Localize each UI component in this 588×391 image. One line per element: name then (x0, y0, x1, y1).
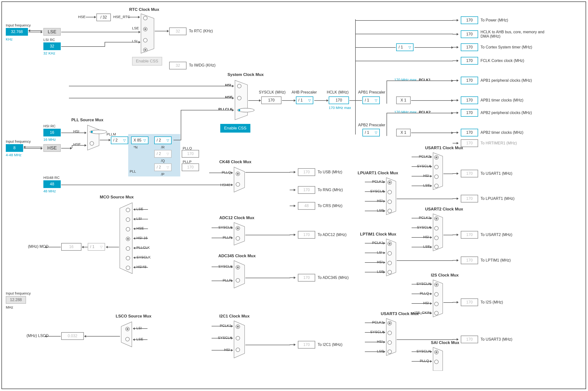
rtc-enable-css[interactable]: Enable CSS (132, 57, 162, 66)
i2s-in0: SYSCLK (417, 282, 431, 286)
adc345-in1: PLLP (223, 278, 232, 282)
lpuart1-title: LPUART1 Clock Mux (358, 171, 398, 176)
apb2-label: APB2 Prescaler (358, 123, 385, 127)
mco-in-2: HSE (136, 226, 144, 230)
out-apb1-periph: 170 APB1 peripheral clocks (MHz) (453, 77, 532, 84)
svg-marker-8 (121, 322, 132, 347)
lsco-val: 0.032 (61, 332, 84, 340)
lsco-in0: LSI (136, 326, 142, 330)
ahb-select[interactable]: / 1▽ (296, 97, 313, 104)
out-apb2-periph: 170 APB2 peripheral clocks (MHz) (453, 109, 532, 117)
pllq-select[interactable]: / 2▽ (154, 150, 171, 158)
rtc-mux[interactable] (140, 13, 155, 54)
usart3-mux[interactable] (386, 318, 397, 356)
lsco-mux[interactable] (120, 321, 133, 348)
sai-mux[interactable] (432, 347, 443, 371)
usart2-mux[interactable] (432, 213, 443, 252)
mco-title: MCO Source Mux (100, 195, 134, 199)
sysclk-hsi: HSI (225, 83, 231, 87)
lsco-title: LSCO Source Mux (116, 314, 151, 319)
rtc-hse-rtc: HSE_RTC (113, 15, 130, 19)
mco-in-6: HSI48 (136, 265, 147, 269)
hse-freq-input[interactable]: 8 (6, 144, 23, 152)
lptim1-mux[interactable] (386, 238, 397, 277)
pllp-select[interactable]: / 2▽ (154, 163, 171, 171)
mco-mux[interactable] (119, 202, 133, 274)
pll-src-hse: HSE (73, 142, 81, 146)
out-usart2: 170 To USART2 (MHz) (453, 231, 512, 239)
lptim1-title: LPTIM1 Clock Mux (360, 232, 396, 237)
rtc-mux-title: RTC Clock Mux (129, 7, 159, 12)
adc12-in1: PLLP (223, 235, 232, 239)
pll-region-label: PLL (130, 169, 136, 173)
apb2-select[interactable]: / 1▽ (362, 129, 380, 136)
out-usart1: 170 To USART1 (MHz) (453, 170, 512, 177)
hsi48-value: 48 (43, 180, 61, 188)
i2sckin-input[interactable]: 12.288 (6, 296, 26, 304)
hse-block: HSE (43, 144, 61, 152)
usart3-in2: HSI (377, 339, 383, 344)
usart1-in1: SYSCLK (417, 164, 431, 168)
hsi48-unit: 48 MHz (43, 189, 56, 193)
usart3-in1: SYSCLK (370, 330, 384, 334)
usart1-mux[interactable] (432, 152, 443, 191)
rtc-out-label: To RTC (KHz) (189, 29, 213, 33)
rtc-lsi-in: LSI (132, 39, 138, 43)
ck48-title: CK48 Clock Mux (219, 160, 251, 164)
apb1-select[interactable]: / 1▽ (362, 97, 380, 104)
apb1-max: 170 MHz max (394, 78, 417, 82)
hclk-max: 170 MHz max (329, 105, 351, 110)
lpuart1-in1: SYSCLK (370, 189, 384, 193)
out-i2c1: 170 To I2C1 (MHz) (290, 341, 342, 349)
ck48-mux[interactable] (233, 166, 245, 193)
sysclk-hse: HSE (225, 95, 233, 99)
usart3-in3: LSE (377, 349, 384, 353)
pllm-select[interactable]: / 2▽ (111, 136, 128, 144)
i2s-title: I2S Clock Mux (431, 273, 459, 278)
mco-val: 16 (61, 243, 82, 251)
usart2-in2: HSI (423, 235, 429, 239)
pll-src-mux[interactable] (87, 124, 100, 151)
pllr-select[interactable]: / 2▽ (154, 136, 171, 144)
apb2-max: 170 MHz max (394, 110, 417, 114)
sysclk-enable-css[interactable]: Enable CSS (220, 124, 251, 133)
rtc-lse-in: LSE (132, 26, 139, 30)
i2s-in2: HSI (423, 301, 429, 305)
sysclk-pllclk: PLLCLK (218, 107, 233, 111)
i2s-in1: PLLQ (420, 291, 429, 295)
hclk-out-label: HCLK (MHz) (327, 90, 349, 95)
adc345-in0: SYSCLK (218, 264, 233, 268)
lse-freq-input[interactable]: 32.768 (6, 28, 28, 36)
pllr-label: /R (161, 145, 165, 149)
apb2-pclk: PCLK2 (419, 110, 431, 114)
out-crs: 48 To CRS (MHz) (290, 202, 342, 210)
hsi-label: HSI RC (43, 124, 56, 128)
usart1-title: USART1 Clock Mux (425, 146, 463, 150)
out-hclk-ahb: 170 HCLK to AHB bus, core, memory and DM… (453, 30, 553, 39)
usart3-in0: PCLK1 (372, 320, 384, 324)
i2c1-in0: PCLK1 (220, 323, 231, 328)
svg-marker-1 (87, 125, 99, 150)
i2s-mux[interactable] (432, 279, 443, 318)
pllm-label: PLLM (106, 132, 116, 136)
pllq-out-val: 170 (182, 150, 199, 158)
adc345-mux[interactable] (233, 260, 245, 289)
plln-label: *N (134, 145, 138, 149)
mco-in-0: LSE (136, 207, 143, 211)
usart1-in3: LSE (423, 183, 430, 187)
sai-in0: SYSCLK (417, 349, 431, 353)
mco-div[interactable]: / 1▽ (88, 243, 105, 251)
adc12-mux[interactable] (233, 222, 245, 246)
clock-tree-canvas: Input frequency 32.768 KHz LSE LSI RC 32… (1, 1, 586, 389)
out-lptim1: 170 To LPTIM1 (MHz) (453, 257, 511, 264)
lpuart1-mux[interactable] (386, 177, 397, 215)
plln-select[interactable]: X 85▽ (131, 136, 149, 144)
cortex-div-select[interactable]: / 1▽ (396, 43, 414, 51)
hsi48-label: HSI48 RC (43, 176, 60, 180)
hsi-value: 16 (43, 129, 61, 136)
adc12-in0: SYSCLK (218, 225, 233, 229)
ck48-in0: PLLQ (222, 170, 231, 174)
usart2-in3: LSE (423, 244, 430, 249)
i2c1-mux[interactable] (233, 320, 245, 359)
sysclk-mux[interactable] (234, 80, 248, 120)
